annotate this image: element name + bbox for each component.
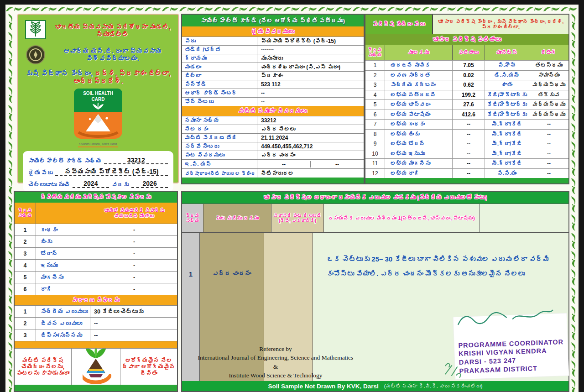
cell-item: జిప్సం/సున్నము [36,329,90,341]
valid-from-value: 2024 [73,180,109,188]
leaf-motif [162,5,179,13]
leaf-motif [543,5,560,13]
leaf-motif [7,105,14,122]
eps-row: ఇ.పి. యస్ -- -- [182,159,364,168]
table-row: సర్వే నెంబరు 449.450,455,462,712 [182,142,364,151]
cell-result: 0.02 [453,71,485,80]
col-result: ఫలితాలు [453,45,485,60]
leaf-motif [7,324,14,341]
cell-rating: -- [529,149,568,159]
eps-value-2: -- [310,161,364,167]
cell-rating: -- [529,159,568,168]
row-label: ఫోన్ నెంబరు [182,98,257,106]
table-row: 5 లభ్య భాస్వరం 27.6 కేజి/హెక్టార్‌కు మధ్… [365,99,568,110]
cell-units: కేజి/హెక్టార్‌కు [485,100,529,110]
leaf-motif [508,5,526,13]
reference-line: & [182,362,369,371]
leaf-motif [7,269,14,286]
leaf-motif [570,105,577,122]
leaf-motif [560,5,578,13]
cell-units: మీ.గ్రా/కేజి [485,139,529,149]
leaf-motif [300,5,318,13]
orange-strip [15,341,177,348]
leaf-motif [570,251,577,268]
cell-serial: 1 [15,306,36,317]
sample-section-title: మట్టి నమూనా వివరములు [239,108,307,115]
cell-rating: మధ్యస్థము [529,100,568,110]
cell-dose: - [91,224,177,235]
leaf-motif [75,5,92,13]
cell-nutrient: జింకు [36,236,91,247]
shc-logo-line1: SOIL HEALTH [74,91,122,97]
col-rating: రేటింగ్ [529,45,568,60]
table-row: 9 లభ్య బోరన్ -- మీ.గ్రా/కేజి -- [365,139,568,149]
leaf-motif [7,378,14,392]
leaf-motif [491,5,508,13]
cell-item: సేంద్రీయ ఎరువులు [36,306,90,317]
cell-rating: సామాన్యం [529,71,568,80]
row-value: వ్యసాయి ప్రోజెక్ట్ (ఫేజ్-15) [257,37,364,45]
table-row: పిన్‌కోడ్ 523 112 [182,80,364,89]
leaf-motif [7,14,14,31]
test-center-row: పరీక్ష కేంద్రం పేరు భూ సార పరీక్ష కేంద్ర… [365,15,568,34]
leaf-motif [352,5,370,13]
handwritten-scribble-icon [442,355,465,382]
org-name-university: ఆచార్య యన్.జి. రంగా వ్యవసాయ విశ్వవిద్యాల… [52,47,173,62]
fert-body: 1 ఎర్ర చందనం ఒక చెట్టుకు 25– 30 కేజీలు బ… [182,232,568,381]
fert-footer-strip: Soil Sample Not Drawn By KVK, Darsi (మట్… [182,381,568,391]
col-yield: సరాసరి పంట దిగుబడి (క్వి, ఎకరానికి) [271,204,324,232]
cell-serial: 8 [365,130,385,139]
leaf-motif [370,5,387,13]
shc-logo-line2: CARD [74,97,122,103]
table-row: 4 లభ్య నత్రజని 199.2 కేజి/హెక్టార్‌కు తక… [365,90,568,100]
cell-dose: 30 కేజిలు చెట్టుకు [90,306,177,317]
leaf-motif [570,178,577,195]
cell-dose: - [91,260,177,271]
col-mixture: రసాయనిక ఎరువుల మిశ్రమం 1(నత్రజని, భాస్వర… [324,204,480,232]
cell-result: 27.6 [453,100,485,110]
cell-rating: మధ్యస్థము [529,110,568,120]
general-rows: 1 సేంద్రీయ ఎరువులు 30 కేజిలు చెట్టుకు 2 … [15,305,177,341]
soil-health-card-logo: SOIL HEALTH CARD Svasth Dhara, [74,89,122,147]
table-row: 5 మాంగనీసు - [15,271,177,283]
col-serial: క్రమ సంఖ్య [182,204,203,232]
table-row: పంట వివరములు ఎర్ర చందనం [182,151,364,159]
soil-test-results-table: పరీక్ష కేంద్రం పేరు భూ సార పరీక్ష కేంద్ర… [365,14,569,184]
leaf-motif [127,5,144,13]
cell-result: 7.05 [453,61,485,70]
leaf-motif [335,5,352,13]
table-row: మట్టి సేకరణ తేది 21.11.2024 [182,133,364,142]
table-row: పేరు వ్యసాయి ప్రోజెక్ట్ (ఫేజ్-15) [182,37,364,45]
plant-in-hand-icon [72,349,120,385]
results-rows: 1 ఉదజని సూచిక 7.05 పి.హెచ్ తటస్థము 2 లవణ… [365,60,568,178]
leaf-motif [570,324,577,341]
green-strip [365,178,568,183]
table-row: తండ్రి /భర్త ------- [182,45,364,54]
leaf-motif [110,5,127,13]
table-row: మండలం చంద్రశేఖరాపురం (సి.ఎస్ పురం) [182,63,364,71]
leaf-motif [7,123,14,140]
leaf-motif [266,5,283,13]
green-strip [182,178,364,183]
card-summary-box: సాయిల్ హెల్త్ కార్డ్ సంఖ్య 33212 రైతు పే… [23,151,173,192]
leaf-motif [283,5,300,13]
row-label: ఇ.పి. యస్ [182,160,257,168]
table-row: ఆధార్ కార్డ్ నెంబర్ -- [182,89,364,97]
icar-wheat-logo-icon [25,20,46,41]
cell-nutrient: గంధకం [36,224,91,235]
cell-nutrient: ఇనుము [36,260,91,271]
cell-units: పి.పి.యం [485,169,529,178]
micro-header-row: క్రమ సంఖ్య భూమిలో వేయడానికి సిఫార్సు చేయ… [15,203,177,224]
cell-nutrient: బోరాన్ [36,248,91,259]
leaf-motif [570,232,577,250]
test-center-label: పరీక్ష కేంద్రం పేరు [373,21,425,27]
leaf-motif [570,31,577,49]
validity-line: చెల్లుబాటు నుంచి 2024 వరకు 2026 [28,180,168,188]
row-label: సర్వే నెంబరు [182,142,257,151]
cell-units: కేజి/హెక్టార్‌కు [485,110,529,120]
cell-result: -- [453,149,485,159]
general-title: సాధారణ సిఫారసు [72,297,119,303]
leaf-motif [570,159,577,177]
cell-serial: 1 [365,61,385,70]
leaf-motif [57,5,75,13]
